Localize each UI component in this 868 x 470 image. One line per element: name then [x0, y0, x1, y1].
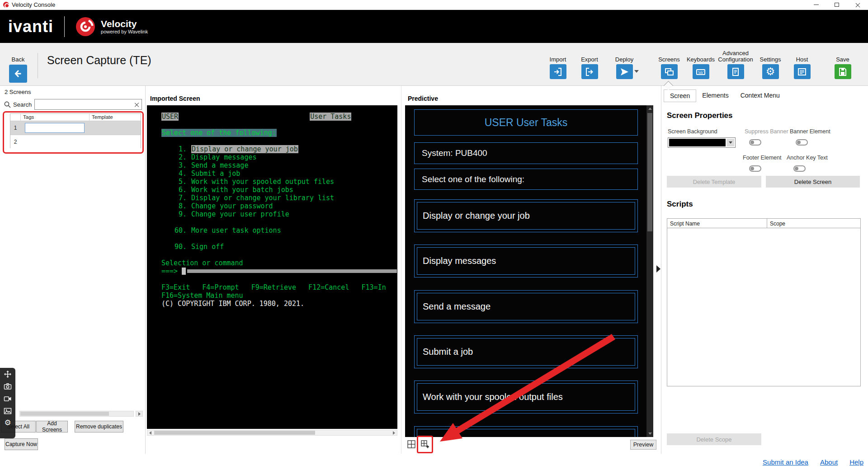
- scripts-table-body[interactable]: [667, 228, 861, 386]
- product-block: Velocity powered by Wavelink: [101, 19, 148, 34]
- scroll-up-button[interactable]: [646, 105, 653, 112]
- footer-element-label: Footer Element: [743, 155, 781, 161]
- row-number: 2: [10, 139, 20, 145]
- footer-element-toggle[interactable]: [749, 165, 761, 172]
- clear-search-icon[interactable]: [134, 103, 139, 107]
- import-button[interactable]: Import: [542, 50, 574, 79]
- panel-expander-arrow[interactable]: [656, 265, 660, 273]
- screenshot-image-icon[interactable]: [4, 407, 12, 415]
- terminal-command-line[interactable]: ===>: [161, 267, 397, 275]
- predictive-menu-button[interactable]: Display messages: [414, 244, 638, 277]
- tab-screen[interactable]: Screen: [664, 89, 696, 102]
- scroll-right-button[interactable]: [136, 411, 143, 417]
- screen-row-2[interactable]: 2: [10, 135, 141, 148]
- scrollbar-thumb[interactable]: [20, 412, 109, 416]
- screen-row-1[interactable]: 1: [10, 121, 141, 135]
- grid-view-icon[interactable]: [407, 440, 416, 449]
- delete-scope-button[interactable]: Delete Scope: [667, 433, 761, 445]
- screens-button[interactable]: Screens: [653, 50, 685, 79]
- terminal-horizontal-scrollbar[interactable]: [147, 430, 397, 436]
- banner-element-toggle[interactable]: [796, 139, 808, 146]
- about-link[interactable]: About: [820, 458, 838, 466]
- predictive-menu-button[interactable]: Send a message: [414, 290, 638, 323]
- predictive-label: Predictive: [408, 95, 438, 102]
- advanced-configuration-label-line1: Advanced: [722, 50, 749, 56]
- deploy-dropdown-icon[interactable]: [634, 70, 639, 73]
- screens-horizontal-scrollbar[interactable]: [19, 411, 134, 417]
- submit-an-idea-link[interactable]: Submit an Idea: [763, 458, 808, 466]
- scrollbar-thumb[interactable]: [647, 113, 652, 231]
- host-icon: [797, 67, 807, 77]
- minimize-icon: [814, 5, 819, 5]
- minimize-button[interactable]: [806, 0, 826, 10]
- predictive-screen-title[interactable]: USER User Tasks: [414, 109, 638, 136]
- tag-input[interactable]: [25, 123, 85, 133]
- color-swatch: [669, 139, 726, 146]
- add-screen-grid-icon[interactable]: [420, 440, 429, 449]
- window-controls: [806, 0, 868, 10]
- remove-duplicates-button[interactable]: Remove duplicates: [75, 421, 123, 432]
- scroll-right-button[interactable]: [391, 431, 397, 435]
- window-title: Velocity Console: [12, 1, 55, 8]
- advanced-configuration-label-line2: Configuration: [718, 56, 753, 63]
- deploy-button[interactable]: Deploy: [609, 50, 640, 79]
- scope-column-header: Scope: [767, 219, 860, 228]
- video-camera-icon[interactable]: [4, 395, 12, 403]
- screens-table: Tags Template 1 2: [10, 113, 141, 148]
- move-capture-icon[interactable]: [4, 370, 12, 378]
- anchor-key-text-toggle[interactable]: [793, 165, 806, 172]
- script-name-column-header: Script Name: [667, 219, 767, 228]
- back-group: Back: [7, 50, 29, 83]
- scroll-left-button[interactable]: [147, 431, 153, 435]
- suppress-banner-toggle[interactable]: [749, 139, 761, 146]
- predictive-vertical-scrollbar[interactable]: [646, 105, 653, 437]
- help-link[interactable]: Help: [849, 458, 863, 466]
- scroll-down-button[interactable]: [646, 430, 653, 437]
- settings-button[interactable]: Settings ⚙: [755, 50, 786, 79]
- predictive-menu-button-partial[interactable]: [414, 426, 638, 437]
- terminal-select-prompt: Select one of the following:: [161, 129, 397, 137]
- arrow-left-icon: [13, 69, 23, 79]
- screen-background-select[interactable]: [668, 137, 736, 148]
- ivanti-logo: ivanti: [8, 19, 53, 35]
- main-toolbar: Back Screen Capture (TE) Import Export: [0, 43, 868, 86]
- back-button[interactable]: [9, 65, 27, 83]
- camera-icon[interactable]: [4, 382, 12, 390]
- keyboards-button[interactable]: Keyboards: [685, 50, 717, 79]
- predictive-system-line[interactable]: System: PUB400: [414, 142, 638, 164]
- search-input[interactable]: [34, 99, 142, 110]
- terminal-selection-label: Selection or command: [161, 259, 397, 267]
- command-input-field[interactable]: [187, 269, 397, 273]
- back-label: Back: [12, 50, 25, 63]
- screen-properties-title: Screen Properties: [667, 111, 733, 120]
- dropdown-button[interactable]: [726, 139, 734, 146]
- screen-background-label: Screen Background: [668, 128, 717, 135]
- maximize-button[interactable]: [826, 0, 847, 10]
- terminal-screen[interactable]: USERUser Tasks Select one of the followi…: [147, 105, 397, 429]
- tab-elements[interactable]: Elements: [696, 89, 734, 102]
- brand-divider: [64, 16, 65, 37]
- export-label: Export: [581, 56, 598, 63]
- close-button[interactable]: [847, 0, 868, 10]
- add-screens-button[interactable]: Add Screens: [36, 421, 68, 432]
- capture-now-button[interactable]: Capture Now: [5, 438, 38, 450]
- predictive-menu-button[interactable]: Work with your spooled output files: [414, 381, 638, 414]
- predictive-menu-button[interactable]: Display or change your job: [414, 199, 638, 232]
- tab-context-menu[interactable]: Context Menu: [735, 89, 786, 102]
- delete-template-button[interactable]: Delete Template: [667, 176, 761, 188]
- scripts-table-header: Script Name Scope: [667, 218, 861, 228]
- terminal-cursor: [182, 268, 186, 275]
- import-icon: [553, 67, 563, 77]
- advanced-configuration-button[interactable]: Advanced Configuration: [715, 50, 756, 79]
- save-button[interactable]: Save: [827, 50, 859, 79]
- export-button[interactable]: Export: [574, 50, 605, 79]
- page-title: Screen Capture (TE): [47, 54, 151, 67]
- scrollbar-thumb[interactable]: [154, 431, 315, 435]
- imported-screen-label: Imported Screen: [150, 95, 200, 102]
- delete-screen-button[interactable]: Delete Screen: [766, 176, 860, 188]
- host-button[interactable]: Host: [786, 50, 818, 79]
- predictive-menu-button[interactable]: Submit a job: [414, 335, 638, 368]
- predictive-select-prompt[interactable]: Select one of the following:: [414, 169, 638, 190]
- capture-settings-gear-icon[interactable]: ⚙: [4, 419, 11, 427]
- preview-button[interactable]: Preview: [630, 440, 656, 450]
